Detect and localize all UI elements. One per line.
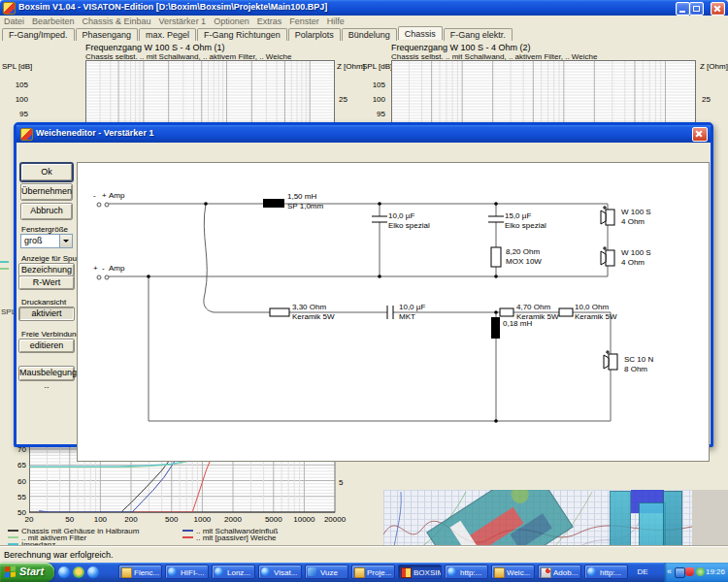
dialog-titlebar[interactable]: Weicheneditor - Verstärker 1: [17, 125, 711, 143]
chart1-right-axis-label: Z [Ohm]: [337, 62, 365, 71]
taskbar-button-vuze[interactable]: Vuze: [305, 565, 348, 579]
component-label: 0,18 mH: [503, 319, 532, 329]
amp-terminal-label: +: [102, 191, 107, 201]
crossover-circuit-canvas[interactable]: 1,50 mHSP 1,0mm10,0 µFElko spezial15,0 µ…: [77, 162, 710, 462]
legend-swatch: [182, 536, 193, 538]
tab-b-ndelung[interactable]: Bündelung: [342, 28, 397, 41]
taskbar-button-visat[interactable]: Visat...: [258, 565, 302, 579]
taskbar-button-flenc[interactable]: Flenc...: [118, 565, 162, 579]
taskbar-button-lonz[interactable]: Lonz...: [212, 565, 255, 579]
maximize-glyph: [690, 3, 703, 15]
amp-terminal-label: -: [102, 264, 105, 274]
clock[interactable]: 19:26: [706, 567, 725, 576]
minimize-icon[interactable]: [676, 2, 690, 16]
media-player-icon[interactable]: [73, 566, 84, 578]
taskbar-button-label: HIFI-...: [181, 568, 204, 577]
abbruch-button[interactable]: Abbruch: [20, 203, 73, 220]
security-shield-icon[interactable]: [685, 567, 694, 576]
weicheneditor-dialog[interactable]: Weicheneditor - Verstärker 1 Ok Übernehm…: [14, 122, 713, 447]
taskbar-button-label: Flenc...: [134, 568, 159, 577]
window-titlebar[interactable]: Boxsim V1.04 - VISATON-Edition [D:\Boxim…: [0, 0, 728, 16]
dialog-close-icon[interactable]: [692, 127, 708, 142]
menu-optionen[interactable]: Optionen: [214, 16, 249, 26]
curve-remnant-teal: [0, 261, 9, 263]
taskbar-button-label: http:...: [600, 568, 621, 577]
start-button[interactable]: Start: [0, 563, 54, 582]
tab-f-gang-imped[interactable]: F-Gang/Imped.: [2, 28, 75, 41]
component-part: 4 Ohm: [621, 217, 651, 227]
svg-text:500: 500: [165, 515, 179, 524]
pcb-component: [508, 490, 532, 506]
svg-text:1000: 1000: [193, 515, 211, 524]
ie-icon: [168, 567, 177, 576]
taskbar-button-hifi[interactable]: HIFI-...: [165, 565, 209, 579]
desktop: Boxsim V1.04 - VISATON-Edition [D:\Boxim…: [0, 0, 728, 582]
mausbelegung-button[interactable]: Mausbelegung ..: [18, 366, 75, 381]
close-icon[interactable]: [711, 2, 725, 16]
taskbar-button-label: Weic...: [507, 568, 530, 577]
uebernehmen-button[interactable]: Übernehmen: [20, 183, 73, 201]
svg-text:60: 60: [17, 477, 26, 486]
component-value: 3,30 Ohm: [292, 303, 335, 312]
chevron-down-icon[interactable]: [59, 235, 72, 247]
internet-explorer-icon[interactable]: [58, 566, 70, 578]
aktiviert-button[interactable]: aktiviert: [18, 307, 75, 321]
menu-fenster[interactable]: Fenster: [289, 16, 319, 26]
amp-terminal-label: Amp: [109, 264, 124, 274]
tab-chassis[interactable]: Chassis: [398, 26, 443, 40]
taskbar-button-label: Lonz...: [227, 568, 250, 577]
fenstergroesse-select[interactable]: groß: [20, 234, 73, 248]
language-indicator[interactable]: DE: [633, 565, 652, 580]
impedance-tick: 25: [702, 95, 711, 104]
taskbar-button-proje[interactable]: Proje...: [351, 565, 395, 579]
menu-extras[interactable]: Extras: [257, 16, 282, 26]
adobe-icon: [541, 567, 551, 578]
tab-f-gang-elektr[interactable]: F-Gang elektr.: [444, 28, 513, 41]
spl-tick: 100: [10, 95, 28, 104]
amp-terminal-label: Amp: [109, 191, 124, 201]
maximize-icon[interactable]: [689, 2, 704, 16]
menu-datei[interactable]: Datei: [4, 16, 24, 26]
svg-text:10000: 10000: [293, 515, 315, 524]
tab-phasengang[interactable]: Phasengang: [76, 28, 139, 41]
svg-text:100: 100: [94, 515, 108, 524]
menu-verst-rker-1[interactable]: Verstärker 1: [159, 16, 207, 26]
menu-hilfe[interactable]: Hilfe: [327, 16, 345, 26]
taskbar-button-http[interactable]: http:...: [584, 565, 628, 579]
taskbar-button-weic[interactable]: Weic...: [491, 565, 535, 579]
display-icon[interactable]: [675, 567, 685, 578]
tab-polarplots[interactable]: Polarplots: [288, 28, 341, 41]
svg-text:55: 55: [17, 493, 26, 501]
menu-chassis-einbau[interactable]: Chassis & Einbau: [83, 16, 151, 26]
taskbar-button-http[interactable]: http:...: [445, 565, 488, 579]
update-icon[interactable]: [696, 567, 705, 576]
menu-bearbeiten[interactable]: Bearbeiten: [32, 16, 75, 26]
ok-button[interactable]: Ok: [20, 163, 73, 181]
chart2-right-axis-label: Z [Ohm]: [700, 62, 728, 71]
taskbar-button-label: Proje...: [367, 568, 391, 577]
taskbar-button-adob[interactable]: Adob...: [538, 565, 581, 579]
component-label: 10,0 µFMKT: [399, 303, 425, 322]
dialog-body: Ok Übernehmen Abbruch Fenstergröße groß …: [17, 143, 711, 444]
chart2-title: Frequenzgang W 100 S - 4 Ohm (2): [391, 43, 531, 52]
tray-chevron[interactable]: «: [667, 566, 672, 576]
component-part: 8 Ohm: [624, 365, 653, 374]
taskbar-button-label: Visat...: [274, 568, 297, 577]
windows-flag-icon: [5, 566, 16, 577]
component-part: MKT: [399, 312, 425, 322]
tab-max-pegel[interactable]: max. Pegel: [139, 28, 196, 41]
folder-icon: [354, 567, 365, 578]
fenstergroesse-value: groß: [24, 236, 43, 245]
tab-f-gang-richtungen[interactable]: F-Gang Richtungen: [197, 28, 287, 41]
editieren-button[interactable]: editieren: [18, 339, 75, 353]
component-label: 10,0 µFElko spezial: [388, 211, 430, 231]
ie-icon: [215, 567, 223, 576]
boxsim-icon: [401, 567, 412, 578]
rwert-button[interactable]: R-Wert: [18, 275, 75, 290]
taskbar-button-boxsim[interactable]: BOXSIM: [398, 565, 442, 579]
component-label: 15,0 µFElko spezial: [505, 211, 546, 231]
internet-explorer-icon[interactable]: [87, 566, 99, 578]
component-value: 8,20 Ohm: [506, 247, 542, 257]
impedance-tick: 25: [339, 95, 347, 104]
component-label: W 100 S4 Ohm: [621, 248, 651, 268]
